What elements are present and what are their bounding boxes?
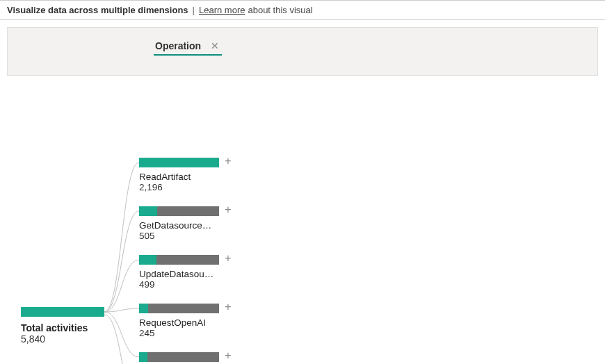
- banner-separator: |: [193, 5, 195, 15]
- root-value: 5,840: [21, 333, 104, 345]
- tree-node[interactable]: + ReadArtifact 2,196: [139, 158, 236, 192]
- node-value: 245: [139, 328, 236, 338]
- tree-node[interactable]: + UpdateDatasou… 499: [139, 255, 236, 290]
- tree-node[interactable]: + GetDatasource… 505: [139, 206, 236, 241]
- node-bar: +: [139, 304, 219, 313]
- node-bar: +: [139, 158, 219, 167]
- root-bar: [21, 307, 104, 317]
- learn-more-link[interactable]: Learn more: [199, 5, 245, 15]
- node-bar: +: [139, 255, 219, 265]
- node-label: GetDatasource…: [139, 220, 229, 231]
- node-value: 505: [139, 231, 236, 241]
- node-label: RequestOpenAI: [139, 317, 229, 328]
- dimension-chip[interactable]: Operation ✕: [154, 40, 222, 56]
- expand-node-icon[interactable]: +: [223, 302, 233, 312]
- node-label: ReadArtifact: [139, 172, 229, 182]
- tree-node[interactable]: + RequestOpenAI 245: [139, 304, 236, 338]
- root-label: Total activities: [21, 322, 104, 333]
- banner-tail: about this visual: [248, 5, 312, 15]
- decomposition-tree: Total activities 5,840 + ReadArtifact 2,…: [0, 81, 605, 364]
- node-bar-fill: [139, 206, 157, 216]
- dimension-panel: Operation ✕: [7, 27, 598, 76]
- node-bar-fill: [139, 255, 156, 265]
- node-label: UpdateDatasou…: [139, 269, 229, 279]
- node-bar: +: [139, 206, 219, 216]
- node-bar-fill: [139, 352, 147, 362]
- dimension-chip-label: Operation: [155, 40, 201, 51]
- node-bar-fill: [139, 158, 219, 167]
- tree-node[interactable]: + RequestCopilot 228: [139, 352, 236, 364]
- node-bar: +: [139, 352, 219, 362]
- node-bar-fill: [139, 304, 148, 313]
- info-banner: Visualize data across multiple dimension…: [0, 0, 605, 20]
- expand-node-icon[interactable]: +: [223, 205, 233, 215]
- remove-dimension-icon[interactable]: ✕: [211, 41, 219, 51]
- expand-node-icon[interactable]: +: [223, 156, 233, 166]
- expand-node-icon[interactable]: +: [223, 351, 233, 361]
- banner-title: Visualize data across multiple dimension…: [7, 5, 188, 15]
- node-value: 2,196: [139, 182, 236, 192]
- root-node[interactable]: Total activities 5,840: [21, 307, 104, 345]
- expand-node-icon[interactable]: +: [223, 254, 233, 263]
- node-value: 499: [139, 279, 236, 290]
